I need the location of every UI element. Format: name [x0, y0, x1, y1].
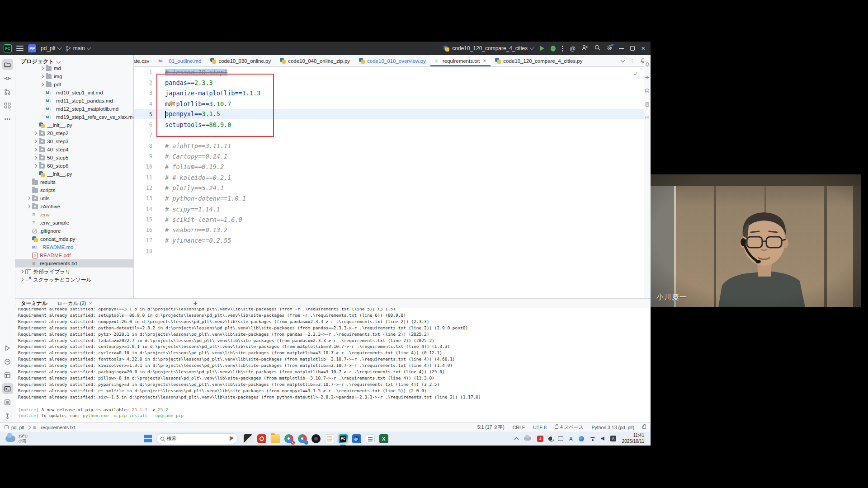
editor-line-6[interactable]: 6setuptools==80.9.0 [134, 119, 644, 130]
notifications-bell-icon[interactable] [645, 61, 650, 68]
chevron-down-icon[interactable] [620, 58, 625, 62]
editor-line-13[interactable]: 13# python-dotenv==1.0.1 [134, 193, 644, 204]
run-tool-icon[interactable] [2, 343, 13, 353]
main-menu-icon[interactable] [16, 46, 24, 51]
tree-item-utils[interactable]: utils [15, 194, 133, 202]
tree-chevron-icon[interactable] [40, 83, 44, 86]
tree-chevron-icon[interactable] [33, 156, 37, 160]
editor-tab-code10_010_overview.py[interactable]: code10_010_overview.py [354, 55, 430, 66]
taskbar-app-list-app[interactable] [364, 432, 376, 445]
tree-item-requirements.txt[interactable]: ≡requirements.txt [15, 259, 133, 267]
file-encoding[interactable]: UTF-8 [533, 425, 547, 430]
branch-selector[interactable]: main [66, 45, 90, 52]
tree-item-README.md[interactable]: M↓README.md [15, 243, 133, 251]
pull-requests-tool-icon[interactable] [2, 86, 13, 97]
taskbar-app-pycharm[interactable] [337, 432, 349, 445]
tree-chevron-icon[interactable] [33, 131, 37, 135]
database-stripe-icon[interactable] [645, 88, 650, 94]
window-minimize-button[interactable] [619, 48, 624, 49]
window-maximize-button[interactable] [630, 46, 635, 51]
taskbar-app-red-app[interactable] [256, 432, 268, 445]
snip-tool-icon[interactable] [558, 436, 563, 441]
caret-position[interactable]: 5:1 (17 文字) [477, 424, 505, 431]
tree-item-md12_step1_matplotlib.md[interactable]: M↓md12_step1_matplotlib.md [15, 105, 133, 113]
tree-chevron-icon[interactable] [33, 148, 37, 151]
line-separator[interactable]: CRLF [513, 425, 525, 430]
editor-line-2[interactable]: 2pandas==2.3.3 [134, 77, 644, 88]
close-icon[interactable]: × [89, 300, 92, 306]
wifi-icon[interactable] [590, 437, 595, 440]
tree-item-20_step2[interactable]: 20_step2 [15, 129, 133, 137]
commit-tool-icon[interactable] [2, 73, 13, 84]
tree-item-スクラッチとコンソール[interactable]: ≡スクラッチとコンソール [15, 276, 133, 284]
ime-mode-letter[interactable]: A [569, 436, 572, 441]
editor-line-3[interactable]: 3japanize-matplotlib==1.1.3 [134, 88, 644, 99]
python-console-tool-icon[interactable] [2, 356, 13, 367]
tree-item-pdf[interactable]: pdf [15, 80, 133, 89]
window-close-button[interactable]: × [641, 46, 645, 51]
microphone-icon[interactable] [549, 436, 552, 441]
python-interpreter[interactable]: Python 3.13 (pd_plt) [591, 425, 634, 430]
tree-item-md10_step1_init.md[interactable]: M↓md10_step1_init.md [15, 89, 133, 97]
editor-line-12[interactable]: 12# plotly==5.24.1 [134, 183, 644, 193]
editor-line-16[interactable]: 16# seaborn==0.13.2 [134, 225, 644, 235]
tree-item-.env_sample[interactable]: ≡.env_sample [15, 219, 133, 227]
editor-line-15[interactable]: 15# scikit-learn==1.6.0 [134, 214, 644, 225]
code-with-me-icon[interactable] [582, 45, 588, 52]
volume-icon[interactable] [601, 436, 604, 441]
tree-item-.gitignore[interactable]: .gitignore [15, 227, 133, 235]
indent-setting[interactable]: 4 スペース [555, 424, 584, 431]
tree-item-__init__.py[interactable]: __init__.py [15, 170, 133, 178]
tree-item-img[interactable]: img [15, 72, 133, 80]
debug-button[interactable] [551, 46, 556, 52]
editor-line-9[interactable]: 9# Cartopy==0.24.1 [134, 151, 644, 161]
tree-chevron-icon[interactable] [33, 140, 37, 143]
terminal-tool-icon[interactable] [2, 383, 13, 394]
readonly-toggle-icon[interactable] [642, 426, 646, 429]
tree-item-50_step5[interactable]: 50_step5 [15, 154, 133, 162]
editor-line-7[interactable]: 7 [134, 130, 644, 141]
tree-chevron-icon[interactable] [40, 66, 44, 70]
tree-item-60_step6[interactable]: 60_step6 [15, 162, 133, 170]
ai-assistant-icon[interactable]: @ [570, 45, 576, 52]
project-selector[interactable]: pd_plt [41, 45, 61, 52]
search-everywhere-icon[interactable] [594, 45, 600, 52]
tree-item-results[interactable]: results [15, 178, 133, 186]
project-tool-icon[interactable] [2, 59, 13, 70]
taskbar-app-notes-app[interactable] [324, 432, 335, 445]
breadcrumb-project[interactable]: pd_plt [11, 425, 24, 430]
tree-item-__init__.py[interactable]: __init__.py [15, 121, 133, 129]
structure-tool-icon[interactable] [2, 100, 13, 111]
run-config-selector[interactable]: code10_120_compare_4_cities [443, 45, 533, 52]
settings-gear-icon[interactable] [607, 45, 613, 52]
tree-item-concat_mds.py[interactable]: concat_mds.py [15, 235, 133, 243]
tree-item-zArchive[interactable]: zArchive [15, 202, 133, 211]
more-tools-icon[interactable] [2, 113, 13, 124]
notification-badge-icon[interactable]: 4 [537, 436, 543, 442]
tree-item-scripts[interactable]: scripts [15, 186, 133, 194]
editor-tab-01_outline.md[interactable]: M↓01_outline.md [154, 55, 206, 66]
terminal-title[interactable]: ターミナル [21, 300, 47, 307]
tree-item-md11_step1_pandas.md[interactable]: M↓md11_step1_pandas.md [15, 97, 133, 105]
tree-chevron-icon[interactable] [27, 205, 30, 208]
tree-item-.env[interactable]: ≡.env [15, 211, 133, 219]
tree-chevron-icon[interactable] [33, 164, 37, 168]
editor-line-1[interactable]: 1# lesson_10_step1 [134, 67, 644, 77]
tree-item-md[interactable]: md [15, 64, 133, 72]
taskbar-app-photos[interactable] [351, 432, 363, 445]
editor-tab-code10_120_compare_4_cities.py[interactable]: code10_120_compare_4_cities.py [491, 55, 587, 66]
run-button[interactable] [540, 46, 544, 51]
tree-item-md19_step1_refs_csv_vs_xlsx.md[interactable]: M↓md19_step1_refs_csv_vs_xlsx.md [15, 113, 133, 121]
editor-line-4[interactable]: 4matplotlib==3.10.7 [134, 99, 644, 109]
close-icon[interactable]: × [483, 58, 486, 64]
editor-line-14[interactable]: 14# scipy==1.14.1 [134, 204, 644, 214]
taskbar-app-dark-app[interactable] [310, 432, 322, 445]
editor-tab-code10_030_online.py[interactable]: code10_030_online.py [206, 55, 275, 66]
start-button[interactable] [144, 435, 152, 442]
assistant-orb-icon[interactable] [579, 436, 584, 441]
taskbar-search[interactable]: 検索 [156, 433, 238, 444]
more-tabs-icon[interactable]: ⋮ [630, 58, 635, 64]
editor-pane[interactable]: 1# lesson_10_step12pandas==2.3.33japaniz… [134, 67, 644, 298]
editor-line-18[interactable]: 18 [134, 246, 644, 256]
terminal-tab-local[interactable]: ローカル (2) × [57, 300, 92, 307]
